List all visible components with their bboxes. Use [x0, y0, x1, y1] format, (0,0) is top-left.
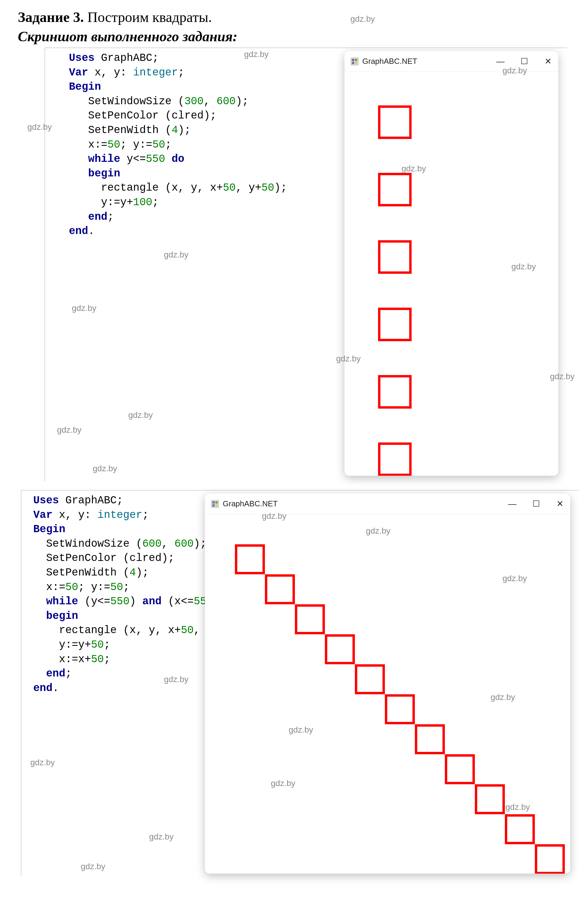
canvas-area-2: [205, 514, 570, 874]
type-integer: integer: [97, 509, 142, 521]
svg-rect-7: [215, 501, 218, 504]
graphabc-window-2: GraphABC.NET — ☐ ✕: [205, 493, 570, 874]
kw-var: Var: [33, 509, 53, 521]
kw-end-inner: end: [69, 211, 107, 223]
red-square: [445, 754, 475, 784]
kw-end-inner: end: [33, 668, 65, 680]
kw-begin-inner: begin: [69, 167, 120, 180]
close-button[interactable]: ✕: [555, 499, 564, 509]
screenshot-panel-2: Uses GraphABC; Var x, y: integer; Begin …: [21, 490, 579, 876]
svg-rect-3: [352, 62, 354, 64]
red-square: [355, 664, 385, 694]
canvas-area-1: [344, 72, 558, 476]
subheading: Скриншот выполненного задания:: [18, 28, 570, 45]
red-square: [385, 694, 415, 724]
svg-rect-4: [355, 62, 357, 64]
red-square: [505, 814, 535, 844]
kw-var: Var: [69, 67, 88, 79]
titlebar-left: GraphABC.NET: [351, 57, 417, 66]
svg-rect-6: [212, 501, 215, 504]
svg-rect-8: [212, 504, 215, 507]
close-button[interactable]: ✕: [543, 56, 552, 66]
maximize-button[interactable]: ☐: [532, 499, 540, 509]
maximize-button[interactable]: ☐: [520, 56, 529, 66]
watermark: gdz.by: [128, 410, 153, 420]
red-square: [415, 724, 445, 754]
app-icon: [211, 500, 219, 508]
window-title: GraphABC.NET: [223, 499, 278, 508]
red-square: [378, 173, 412, 206]
svg-rect-1: [352, 59, 354, 61]
red-square: [378, 105, 412, 139]
window-controls: — ☐ ✕: [508, 499, 564, 509]
red-square: [325, 634, 355, 664]
graphabc-window-1: GraphABC.NET — ☐ ✕: [344, 51, 558, 476]
minimize-button[interactable]: —: [496, 57, 505, 66]
svg-rect-2: [355, 59, 357, 61]
kw-uses: Uses: [69, 52, 94, 64]
kw-uses: Uses: [33, 494, 59, 507]
kw-while: while: [69, 153, 120, 165]
kw-while: while: [33, 595, 78, 608]
red-square: [235, 544, 265, 574]
minimize-button[interactable]: —: [508, 499, 517, 509]
titlebar-left: GraphABC.NET: [211, 499, 278, 508]
kw-begin-inner: begin: [33, 610, 78, 622]
watermark: gdz.by: [92, 464, 117, 473]
type-integer: integer: [133, 67, 178, 79]
red-square: [535, 844, 565, 874]
red-square: [378, 308, 412, 341]
task-label: Задание 3.: [18, 9, 84, 25]
app-icon: [351, 57, 359, 65]
watermark: gdz.by: [30, 758, 55, 767]
kw-begin: Begin: [69, 81, 101, 93]
titlebar: GraphABC.NET — ☐ ✕: [205, 493, 570, 514]
kw-end: end: [33, 682, 53, 694]
screenshot-panel-1: Uses GraphABC; Var x, y: integer; Begin …: [45, 48, 567, 481]
red-square: [378, 442, 412, 476]
kw-and: and: [142, 595, 161, 608]
watermark: gdz.by: [149, 832, 174, 842]
svg-rect-9: [215, 504, 218, 507]
red-square: [475, 784, 505, 814]
task-heading: Задание 3. Построим квадраты. gdz.by: [18, 9, 570, 25]
red-square: [378, 375, 412, 408]
window-title: GraphABC.NET: [362, 57, 417, 66]
kw-begin: Begin: [33, 523, 65, 535]
watermark: gdz.by: [57, 425, 82, 435]
watermark: gdz.by: [72, 303, 97, 313]
titlebar: GraphABC.NET — ☐ ✕: [344, 51, 558, 72]
red-square: [295, 604, 325, 634]
watermark: gdz.by: [164, 250, 188, 260]
watermark: gdz.by: [351, 14, 375, 24]
kw-end: end: [69, 225, 88, 237]
red-square: [378, 240, 412, 274]
window-controls: — ☐ ✕: [496, 56, 552, 66]
task-text: Построим квадраты.: [84, 9, 212, 25]
kw-do: do: [165, 153, 185, 165]
watermark: gdz.by: [81, 862, 105, 871]
red-square: [265, 574, 295, 604]
